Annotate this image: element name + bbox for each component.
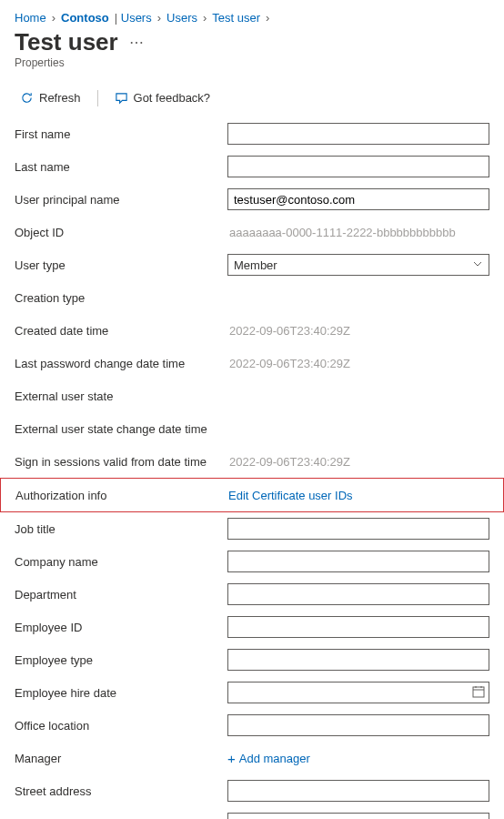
row-created-date: Created date time 2022-09-06T23:40:29Z	[15, 314, 489, 347]
input-first-name[interactable]	[227, 123, 489, 145]
breadcrumb-users-2[interactable]: Users	[166, 11, 197, 25]
breadcrumb-users-1[interactable]: Users	[121, 11, 152, 25]
label-user-type: User type	[15, 258, 227, 272]
label-first-name: First name	[15, 127, 227, 141]
row-manager: Manager + Add manager	[15, 742, 489, 774]
row-user-type: User type Member	[15, 248, 489, 281]
feedback-label: Got feedback?	[134, 91, 211, 105]
row-last-pwd-change: Last password change date time 2022-09-0…	[15, 347, 489, 379]
label-object-id: Object ID	[15, 226, 227, 239]
row-street-address: Street address	[15, 774, 489, 807]
input-employee-hire-date[interactable]	[227, 682, 489, 703]
value-created-date: 2022-09-06T23:40:29Z	[227, 324, 350, 338]
refresh-icon	[20, 91, 34, 105]
label-employee-id: Employee ID	[15, 621, 227, 634]
chevron-right-icon: ›	[52, 11, 55, 25]
row-first-name: First name	[15, 117, 489, 150]
row-last-name: Last name	[15, 150, 489, 183]
label-ext-user-state-change: External user state change date time	[15, 422, 227, 436]
row-office-location: Office location	[15, 709, 489, 742]
row-employee-id: Employee ID	[15, 611, 489, 643]
row-ext-user-state-change: External user state change date time	[15, 412, 489, 445]
select-user-type[interactable]: Member	[227, 254, 489, 276]
feedback-icon	[115, 91, 128, 105]
label-office-location: Office location	[15, 719, 227, 733]
input-office-location[interactable]	[227, 714, 489, 736]
breadcrumb: Home › Contoso | Users › Users › Test us…	[15, 11, 489, 25]
input-company-name[interactable]	[227, 551, 489, 572]
label-last-pwd-change: Last password change date time	[15, 357, 227, 370]
label-employee-hire-date: Employee hire date	[15, 686, 227, 700]
label-ext-user-state: External user state	[15, 389, 227, 403]
add-manager-link[interactable]: + Add manager	[227, 752, 310, 765]
breadcrumb-users-scope: | Users	[115, 11, 152, 25]
page-title: Test user ⋯	[15, 28, 489, 56]
label-authorization-info: Authorization info	[15, 489, 228, 502]
input-job-title[interactable]	[227, 518, 489, 540]
svg-rect-0	[473, 687, 484, 697]
row-company-name: Company name	[15, 545, 489, 578]
page-title-text: Test user	[15, 28, 118, 56]
row-job-title: Job title	[15, 512, 489, 545]
label-created-date: Created date time	[15, 324, 227, 338]
label-signin-valid-from: Sign in sessions valid from date time	[15, 455, 227, 469]
refresh-label: Refresh	[39, 91, 81, 105]
label-creation-type: Creation type	[15, 291, 227, 305]
label-department: Department	[15, 588, 227, 602]
input-employee-type[interactable]	[227, 649, 489, 671]
label-job-title: Job title	[15, 522, 227, 536]
row-ext-user-state: External user state	[15, 379, 489, 412]
refresh-button[interactable]: Refresh	[15, 87, 86, 108]
label-manager: Manager	[15, 752, 227, 765]
input-employee-id[interactable]	[227, 616, 489, 638]
breadcrumb-test-user[interactable]: Test user	[212, 11, 260, 25]
label-last-name: Last name	[15, 160, 227, 174]
row-creation-type: Creation type	[15, 281, 489, 314]
row-employee-type: Employee type	[15, 643, 489, 676]
chevron-right-icon: ›	[203, 11, 207, 25]
calendar-icon[interactable]	[471, 684, 486, 702]
breadcrumb-home[interactable]: Home	[15, 11, 46, 25]
input-street-address[interactable]	[227, 780, 489, 802]
label-employee-type: Employee type	[15, 653, 227, 667]
chevron-right-icon: ›	[266, 11, 269, 25]
row-department: Department	[15, 578, 489, 611]
row-city: City	[15, 807, 489, 819]
label-street-address: Street address	[15, 784, 227, 798]
row-upn: User principal name	[15, 183, 489, 216]
row-employee-hire-date: Employee hire date	[15, 676, 489, 709]
add-manager-label: Add manager	[239, 752, 310, 765]
input-last-name[interactable]	[227, 156, 489, 177]
toolbar: Refresh Got feedback?	[15, 82, 489, 117]
value-object-id: aaaaaaaa-0000-1111-2222-bbbbbbbbbbbb	[227, 226, 456, 239]
chevron-right-icon: ›	[157, 11, 161, 25]
feedback-button[interactable]: Got feedback?	[109, 87, 217, 108]
value-last-pwd-change: 2022-09-06T23:40:29Z	[227, 357, 350, 370]
row-object-id: Object ID aaaaaaaa-0000-1111-2222-bbbbbb…	[15, 216, 489, 248]
label-company-name: Company name	[15, 555, 227, 569]
input-city[interactable]	[227, 813, 489, 819]
edit-certificate-user-ids-link[interactable]: Edit Certificate user IDs	[228, 489, 353, 502]
row-signin-valid-from: Sign in sessions valid from date time 20…	[15, 445, 489, 478]
row-authorization-info: Authorization info Edit Certificate user…	[0, 478, 504, 512]
value-signin-valid-from: 2022-09-06T23:40:29Z	[227, 455, 350, 469]
more-menu-button[interactable]: ⋯	[129, 34, 144, 51]
label-upn: User principal name	[15, 193, 227, 207]
input-department[interactable]	[227, 583, 489, 605]
input-upn[interactable]	[227, 188, 489, 210]
select-user-type-value: Member	[234, 258, 277, 272]
breadcrumb-contoso[interactable]: Contoso	[61, 11, 109, 25]
page-subtitle: Properties	[15, 56, 489, 69]
chevron-down-icon	[472, 258, 483, 272]
toolbar-separator	[97, 90, 98, 106]
plus-icon: +	[227, 752, 236, 765]
